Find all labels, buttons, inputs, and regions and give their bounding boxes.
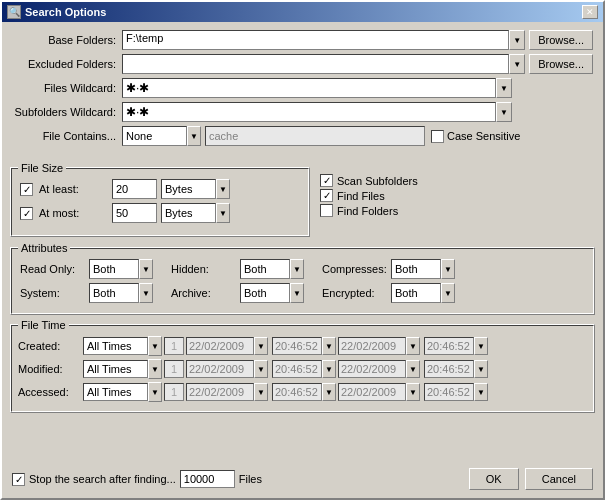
- accessed-time2-btn[interactable]: ▼: [474, 383, 488, 401]
- subfolders-wildcard-dropdown-btn[interactable]: ▼: [496, 102, 512, 122]
- modified-num[interactable]: 1: [164, 360, 184, 378]
- modified-time-type-btn[interactable]: ▼: [148, 359, 162, 379]
- stop-search-checkbox[interactable]: ✓: [12, 473, 25, 486]
- files-wildcard-dropdown-btn[interactable]: ▼: [496, 78, 512, 98]
- accessed-time1[interactable]: 20:46:52: [272, 383, 322, 401]
- modified-date2[interactable]: 22/02/2009: [338, 360, 406, 378]
- compresses-value[interactable]: Both: [391, 259, 441, 279]
- modified-time1-btn[interactable]: ▼: [322, 360, 336, 378]
- created-label: Created:: [18, 340, 83, 352]
- read-only-value[interactable]: Both: [89, 259, 139, 279]
- created-num[interactable]: 1: [164, 337, 184, 355]
- created-time2-btn[interactable]: ▼: [474, 337, 488, 355]
- encrypted-value[interactable]: Both: [391, 283, 441, 303]
- base-folders-browse-btn[interactable]: Browse...: [529, 30, 593, 50]
- created-time1-btn[interactable]: ▼: [322, 337, 336, 355]
- find-folders-item: Find Folders: [320, 204, 515, 217]
- at-most-input[interactable]: [112, 203, 157, 223]
- modified-time2[interactable]: 20:46:52: [424, 360, 474, 378]
- encrypted-label: Encrypted:: [322, 287, 387, 299]
- file-contains-dropdown-btn[interactable]: ▼: [187, 126, 201, 146]
- created-time-type[interactable]: All Times: [83, 337, 148, 355]
- hidden-value[interactable]: Both: [240, 259, 290, 279]
- accessed-date2[interactable]: 22/02/2009: [338, 383, 406, 401]
- window-icon: 🔍: [7, 5, 21, 19]
- compresses-dropdown-btn[interactable]: ▼: [441, 259, 455, 279]
- ok-button[interactable]: OK: [469, 468, 519, 490]
- at-most-unit-text[interactable]: Bytes: [161, 203, 216, 223]
- accessed-time-type[interactable]: All Times: [83, 383, 148, 401]
- file-contains-row: File Contains... None ▼ cache Case Sensi…: [12, 126, 593, 146]
- modified-date1[interactable]: 22/02/2009: [186, 360, 254, 378]
- at-least-unit-text[interactable]: Bytes: [161, 179, 216, 199]
- accessed-date1-btn[interactable]: ▼: [254, 383, 268, 401]
- cancel-button[interactable]: Cancel: [525, 468, 593, 490]
- base-folders-input[interactable]: F:\temp: [122, 30, 509, 50]
- subfolders-wildcard-row: Subfolders Wildcard: ✱·✱ ▼: [12, 102, 593, 122]
- file-contains-label: File Contains...: [12, 130, 122, 142]
- archive-value[interactable]: Both: [240, 283, 290, 303]
- stop-search-input[interactable]: [180, 470, 235, 488]
- find-folders-label: Find Folders: [337, 205, 398, 217]
- accessed-time-type-btn[interactable]: ▼: [148, 382, 162, 402]
- modified-date1-btn[interactable]: ▼: [254, 360, 268, 378]
- at-least-input[interactable]: [112, 179, 157, 199]
- subfolders-wildcard-input[interactable]: ✱·✱: [122, 102, 496, 122]
- file-contains-dropdown-text[interactable]: None: [122, 126, 187, 146]
- close-button[interactable]: ✕: [582, 5, 598, 19]
- title-buttons: ✕: [582, 5, 598, 19]
- subfolders-wildcard-label: Subfolders Wildcard:: [12, 106, 122, 118]
- scan-subfolders-item: ✓ Scan Subfolders: [320, 174, 515, 187]
- created-date2[interactable]: 22/02/2009: [338, 337, 406, 355]
- at-least-row: ✓ At least: Bytes ▼: [20, 179, 300, 199]
- action-buttons: OK Cancel: [469, 468, 593, 490]
- base-folders-dropdown-btn[interactable]: ▼: [509, 30, 525, 50]
- modified-time1[interactable]: 20:46:52: [272, 360, 322, 378]
- accessed-time2[interactable]: 20:46:52: [424, 383, 474, 401]
- excluded-folders-dropdown-btn[interactable]: ▼: [509, 54, 525, 74]
- system-dropdown-btn[interactable]: ▼: [139, 283, 153, 303]
- read-only-dropdown-btn[interactable]: ▼: [139, 259, 153, 279]
- excluded-folders-browse-btn[interactable]: Browse...: [529, 54, 593, 74]
- created-time-type-btn[interactable]: ▼: [148, 336, 162, 356]
- at-most-checkbox[interactable]: ✓: [20, 207, 33, 220]
- system-value[interactable]: Both: [89, 283, 139, 303]
- modified-date2-btn[interactable]: ▼: [406, 360, 420, 378]
- modified-time-type[interactable]: All Times: [83, 360, 148, 378]
- accessed-date2-btn[interactable]: ▼: [406, 383, 420, 401]
- files-wildcard-row: Files Wildcard: ✱·✱ ▼: [12, 78, 593, 98]
- modified-row: Modified: All Times ▼ 1 22/02/2009 ▼ 20:…: [18, 359, 587, 379]
- at-most-unit-btn[interactable]: ▼: [216, 203, 230, 223]
- system-label: System:: [20, 287, 85, 299]
- file-contains-input[interactable]: cache: [205, 126, 425, 146]
- files-wildcard-input[interactable]: ✱·✱: [122, 78, 496, 98]
- at-least-checkbox[interactable]: ✓: [20, 183, 33, 196]
- files-wildcard-label: Files Wildcard:: [12, 82, 122, 94]
- modified-label: Modified:: [18, 363, 83, 375]
- excluded-folders-input[interactable]: [122, 54, 509, 74]
- files-label: Files: [239, 473, 262, 485]
- created-time2[interactable]: 20:46:52: [424, 337, 474, 355]
- find-files-checkbox[interactable]: ✓: [320, 189, 333, 202]
- case-sensitive-checkbox[interactable]: [431, 130, 444, 143]
- scan-subfolders-checkbox[interactable]: ✓: [320, 174, 333, 187]
- created-time1[interactable]: 20:46:52: [272, 337, 322, 355]
- find-folders-checkbox[interactable]: [320, 204, 333, 217]
- at-least-unit-btn[interactable]: ▼: [216, 179, 230, 199]
- stop-search-label: Stop the search after finding...: [29, 473, 176, 485]
- hidden-dropdown-btn[interactable]: ▼: [290, 259, 304, 279]
- at-most-label: At most:: [37, 207, 112, 219]
- accessed-date1[interactable]: 22/02/2009: [186, 383, 254, 401]
- modified-time2-btn[interactable]: ▼: [474, 360, 488, 378]
- created-date1[interactable]: 22/02/2009: [186, 337, 254, 355]
- accessed-time1-btn[interactable]: ▼: [322, 383, 336, 401]
- created-date2-btn[interactable]: ▼: [406, 337, 420, 355]
- file-size-group: File Size ✓ At least: Bytes ▼ ✓ At most:: [10, 167, 310, 237]
- read-only-label: Read Only:: [20, 263, 85, 275]
- created-date1-btn[interactable]: ▼: [254, 337, 268, 355]
- accessed-num[interactable]: 1: [164, 383, 184, 401]
- encrypted-dropdown-btn[interactable]: ▼: [441, 283, 455, 303]
- archive-dropdown-btn[interactable]: ▼: [290, 283, 304, 303]
- case-sensitive-area: Case Sensitive: [431, 130, 520, 143]
- excluded-folders-label: Excluded Folders:: [12, 58, 122, 70]
